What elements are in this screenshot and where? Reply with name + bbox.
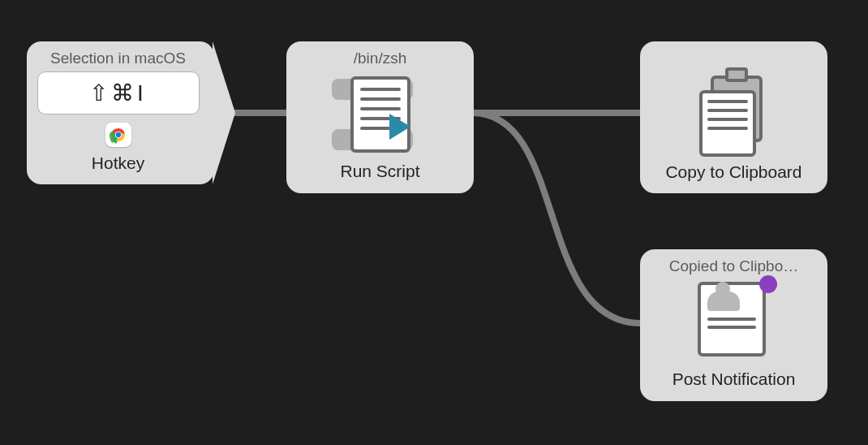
clipboard-header	[732, 50, 736, 67]
hotkey-header: Selection in macOS	[50, 50, 186, 67]
svg-point-2	[115, 132, 120, 137]
clipboard-footer: Copy to Clipboard	[665, 162, 801, 182]
play-icon	[389, 114, 410, 140]
notify-footer: Post Notification	[672, 369, 796, 389]
script-header: /bin/zsh	[354, 50, 406, 67]
hotkey-arrow-tip	[213, 41, 235, 184]
hotkey-shortcut: ⇧⌘I	[37, 71, 200, 114]
script-icon	[345, 74, 416, 155]
chrome-icon	[109, 125, 128, 145]
run-script-node[interactable]: /bin/zsh Run Script	[286, 41, 474, 193]
workflow-canvas[interactable]: Selection in macOS ⇧⌘I Hotkey /bin/zsh	[0, 0, 868, 445]
hotkey-footer: Hotkey	[92, 153, 144, 173]
notification-node[interactable]: Copied to Clipbo… Post Notification	[640, 249, 827, 401]
notify-header: Copied to Clipbo…	[669, 257, 798, 275]
hotkey-app-icon	[105, 123, 131, 147]
script-footer: Run Script	[340, 162, 419, 181]
avatar-icon	[707, 292, 740, 311]
hotkey-node[interactable]: Selection in macOS ⇧⌘I Hotkey	[27, 41, 214, 184]
clipboard-icon	[699, 76, 769, 156]
notification-icon	[698, 282, 771, 363]
notification-badge-icon	[759, 275, 777, 293]
clipboard-node[interactable]: Copy to Clipboard	[640, 41, 827, 193]
